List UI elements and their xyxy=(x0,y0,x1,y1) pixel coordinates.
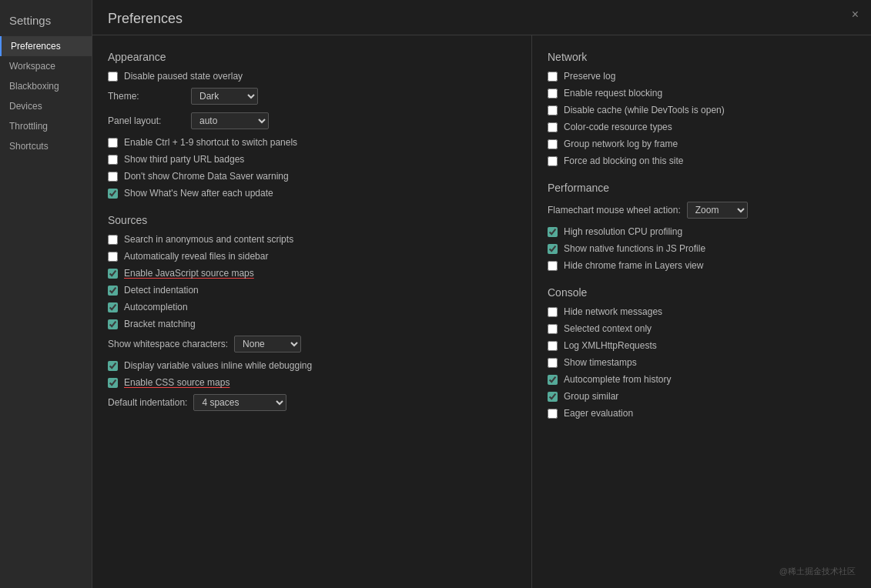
sidebar-item-workspace[interactable]: Workspace xyxy=(0,56,92,76)
flamechart-label: Flamechart mouse wheel action: xyxy=(548,205,681,215)
js-source-maps-row: Enable JavaScript source maps xyxy=(108,268,516,279)
detect-indent-row: Detect indentation xyxy=(108,285,516,296)
disable-paused-checkbox[interactable] xyxy=(108,72,118,82)
search-anon-row: Search in anonymous and content scripts xyxy=(108,234,516,245)
autocompletion-row: Autocompletion xyxy=(108,302,516,312)
native-functions-label[interactable]: Show native functions in JS Profile xyxy=(564,243,705,254)
theme-row: Theme: Dark Default Light xyxy=(108,88,516,105)
detect-indent-checkbox[interactable] xyxy=(108,286,118,296)
preserve-log-row: Preserve log xyxy=(548,71,856,82)
search-anon-checkbox[interactable] xyxy=(108,235,118,245)
third-party-row: Show third party URL badges xyxy=(108,154,516,165)
hide-chrome-frame-checkbox[interactable] xyxy=(548,261,558,271)
force-ad-blocking-checkbox[interactable] xyxy=(548,156,558,166)
color-code-label[interactable]: Color-code resource types xyxy=(564,122,672,132)
detect-indent-label[interactable]: Detect indentation xyxy=(124,285,199,296)
performance-section: Performance Flamechart mouse wheel actio… xyxy=(548,182,856,271)
third-party-url-label[interactable]: Show third party URL badges xyxy=(124,154,244,165)
enable-request-blocking-label[interactable]: Enable request blocking xyxy=(564,88,662,99)
preserve-log-label[interactable]: Preserve log xyxy=(564,71,615,82)
console-section: Console Hide network messages Selected c… xyxy=(548,286,856,419)
whitespace-row: Show whitespace characters: None All Tra… xyxy=(108,336,516,352)
autocompletion-checkbox[interactable] xyxy=(108,302,118,312)
eager-eval-checkbox[interactable] xyxy=(548,409,558,419)
disable-cache-checkbox[interactable] xyxy=(548,105,558,115)
css-source-maps-checkbox[interactable] xyxy=(108,378,118,388)
third-party-url-checkbox[interactable] xyxy=(108,155,118,165)
high-res-cpu-row: High resolution CPU profiling xyxy=(548,226,856,237)
log-xmlhttp-checkbox[interactable] xyxy=(548,341,558,351)
enable-request-blocking-checkbox[interactable] xyxy=(548,89,558,99)
reveal-files-checkbox[interactable] xyxy=(108,252,118,262)
hide-network-msgs-checkbox[interactable] xyxy=(548,307,558,317)
ctrl-shortcut-checkbox[interactable] xyxy=(108,138,118,148)
close-icon: × xyxy=(852,8,859,21)
sidebar-item-blackboxing[interactable]: Blackboxing xyxy=(0,76,92,96)
css-source-maps-label[interactable]: Enable CSS source maps xyxy=(124,377,229,388)
search-anon-label[interactable]: Search in anonymous and content scripts xyxy=(124,234,293,245)
group-similar-checkbox[interactable] xyxy=(548,392,558,402)
page-title: Preferences xyxy=(108,11,856,27)
panel-layout-row: Panel layout: auto horizontal vertical xyxy=(108,112,516,129)
selected-context-row: Selected context only xyxy=(548,323,856,334)
bracket-match-row: Bracket matching xyxy=(108,319,516,329)
theme-label: Theme: xyxy=(108,91,185,102)
js-source-maps-checkbox[interactable] xyxy=(108,269,118,279)
whats-new-checkbox[interactable] xyxy=(108,189,118,199)
group-similar-label[interactable]: Group similar xyxy=(564,391,618,402)
whitespace-select[interactable]: None All Trailing xyxy=(234,336,301,352)
enable-request-blocking-row: Enable request blocking xyxy=(548,88,856,99)
sidebar-item-preferences[interactable]: Preferences xyxy=(0,36,92,56)
group-network-log-checkbox[interactable] xyxy=(548,139,558,149)
whats-new-label[interactable]: Show What's New after each update xyxy=(124,188,273,199)
hide-network-msgs-row: Hide network messages xyxy=(548,306,856,317)
disable-paused-label[interactable]: Disable paused state overlay xyxy=(124,71,243,82)
sidebar-item-devices[interactable]: Devices xyxy=(0,96,92,116)
group-network-log-label[interactable]: Group network log by frame xyxy=(564,139,678,149)
theme-select[interactable]: Dark Default Light xyxy=(191,88,258,105)
preserve-log-checkbox[interactable] xyxy=(548,72,558,82)
log-xmlhttp-label[interactable]: Log XMLHttpRequests xyxy=(564,340,657,351)
disable-cache-label[interactable]: Disable cache (while DevTools is open) xyxy=(564,105,725,115)
native-functions-row: Show native functions in JS Profile xyxy=(548,243,856,254)
show-timestamps-row: Show timestamps xyxy=(548,357,856,368)
sidebar-item-throttling[interactable]: Throttling xyxy=(0,116,92,136)
close-button[interactable]: × xyxy=(847,6,863,23)
high-res-cpu-checkbox[interactable] xyxy=(548,227,558,237)
hide-network-msgs-label[interactable]: Hide network messages xyxy=(564,306,662,317)
hide-chrome-frame-label[interactable]: Hide chrome frame in Layers view xyxy=(564,260,703,271)
js-source-maps-label[interactable]: Enable JavaScript source maps xyxy=(124,268,254,279)
show-timestamps-label[interactable]: Show timestamps xyxy=(564,357,637,368)
selected-context-checkbox[interactable] xyxy=(548,324,558,334)
bracket-match-label[interactable]: Bracket matching xyxy=(124,319,196,329)
bracket-match-checkbox[interactable] xyxy=(108,319,118,329)
selected-context-label[interactable]: Selected context only xyxy=(564,323,652,334)
color-code-checkbox[interactable] xyxy=(548,122,558,132)
force-ad-blocking-label[interactable]: Force ad blocking on this site xyxy=(564,155,683,166)
flamechart-select[interactable]: Zoom Scroll xyxy=(687,202,748,219)
ctrl-shortcut-label[interactable]: Enable Ctrl + 1-9 shortcut to switch pan… xyxy=(124,137,297,148)
autocompletion-label[interactable]: Autocompletion xyxy=(124,302,188,312)
native-functions-checkbox[interactable] xyxy=(548,244,558,254)
chrome-data-saver-label[interactable]: Don't show Chrome Data Saver warning xyxy=(124,171,289,182)
flamechart-row: Flamechart mouse wheel action: Zoom Scro… xyxy=(548,202,856,219)
display-variable-checkbox[interactable] xyxy=(108,361,118,371)
indentation-label: Default indentation: xyxy=(108,397,187,408)
watermark: @稀土掘金技术社区 xyxy=(779,566,856,577)
autocomplete-history-label[interactable]: Autocomplete from history xyxy=(564,374,671,385)
high-res-cpu-label[interactable]: High resolution CPU profiling xyxy=(564,226,682,237)
chrome-data-saver-checkbox[interactable] xyxy=(108,172,118,182)
performance-title: Performance xyxy=(548,182,856,194)
group-similar-row: Group similar xyxy=(548,391,856,402)
appearance-title: Appearance xyxy=(108,51,516,63)
show-timestamps-checkbox[interactable] xyxy=(548,358,558,368)
css-source-maps-row: Enable CSS source maps xyxy=(108,377,516,388)
eager-eval-label[interactable]: Eager evaluation xyxy=(564,408,633,419)
display-variable-label[interactable]: Display variable values inline while deb… xyxy=(124,360,312,371)
indentation-select[interactable]: 2 spaces 4 spaces 8 spaces Tab character xyxy=(193,394,286,411)
reveal-files-label[interactable]: Automatically reveal files in sidebar xyxy=(124,251,268,262)
panel-layout-select[interactable]: auto horizontal vertical xyxy=(191,112,269,129)
autocomplete-history-checkbox[interactable] xyxy=(548,375,558,385)
sidebar-item-shortcuts[interactable]: Shortcuts xyxy=(0,136,92,156)
hide-chrome-frame-row: Hide chrome frame in Layers view xyxy=(548,260,856,271)
